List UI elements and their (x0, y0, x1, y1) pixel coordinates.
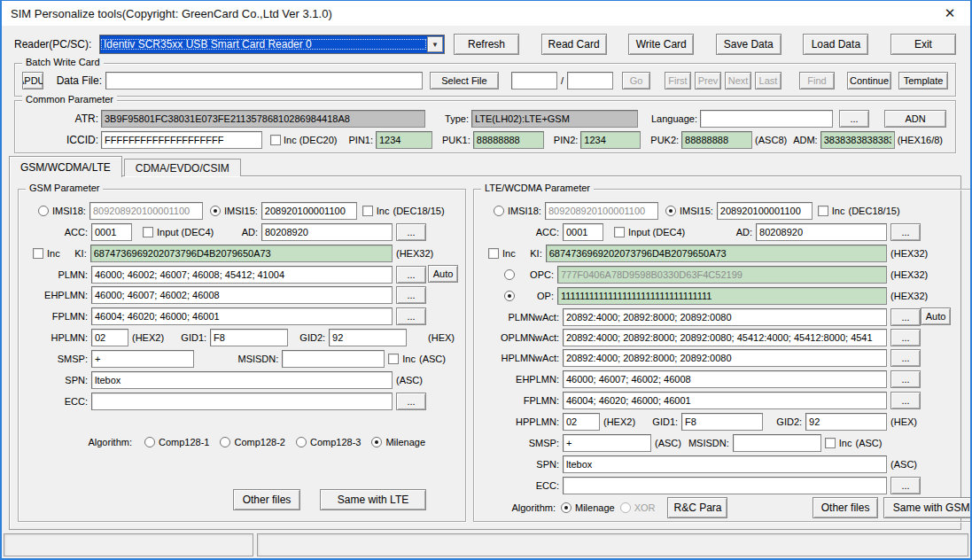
lte-gid1-input[interactable] (681, 413, 763, 431)
adm-input[interactable] (820, 131, 895, 149)
lte-msisdn-input[interactable] (733, 434, 821, 452)
lte-plmnwact-browse-button[interactable]: ... (890, 308, 921, 326)
gsm-ki-input[interactable] (90, 245, 393, 262)
lte-imsi-inc-checkbox[interactable] (818, 206, 828, 216)
lte-same-with-gsm-button[interactable]: Same with GSM (883, 497, 972, 518)
gsm-algo-comp128-3[interactable]: Comp128-3 (296, 437, 361, 447)
lte-imsi15-radio[interactable] (665, 206, 676, 216)
lte-ehplmn-browse-button[interactable]: ... (890, 370, 921, 388)
gsm-ki-inc-checkbox[interactable] (33, 248, 43, 259)
lte-acc-input[interactable] (563, 223, 603, 241)
gsm-imsi15-radio[interactable] (210, 206, 221, 216)
pin2-input[interactable] (580, 131, 641, 149)
gsm-imsi18-radio[interactable] (38, 206, 49, 216)
gsm-ecc-input[interactable] (91, 393, 393, 410)
lte-ad-input[interactable] (756, 223, 887, 241)
adn-button[interactable]: ADN (884, 110, 946, 128)
save-data-button[interactable]: Save Data (716, 34, 781, 55)
lte-ki-inc-checkbox[interactable] (488, 248, 499, 259)
lte-ki-input[interactable] (546, 245, 887, 262)
gsm-msisdn-input[interactable] (282, 350, 385, 368)
tab-gsm-wcdma-lte[interactable]: GSM/WCDMA/LTE (9, 156, 122, 177)
load-data-button[interactable]: Load Data (803, 34, 868, 55)
lte-algo-milenage[interactable]: Milenage (561, 502, 615, 513)
record-total-input[interactable] (567, 72, 613, 89)
exit-button[interactable]: Exit (890, 34, 956, 55)
gsm-acc-input[interactable] (91, 223, 132, 241)
gsm-msisdn-inc-checkbox[interactable] (388, 354, 399, 364)
lte-ecc-browse-button[interactable]: ... (890, 477, 921, 494)
gsm-imsi-inc-checkbox[interactable] (362, 206, 373, 216)
lte-msisdn-inc-checkbox[interactable] (825, 438, 836, 448)
continue-button[interactable]: Continue (847, 72, 891, 89)
chevron-down-icon[interactable]: ▼ (427, 36, 443, 52)
iccid-input[interactable] (101, 131, 262, 149)
gsm-plmn-browse-button[interactable]: ... (396, 266, 426, 284)
lte-ecc-input[interactable] (563, 477, 887, 494)
apdu-button[interactable]: APDU (22, 72, 43, 89)
gsm-imsi18-input[interactable] (89, 202, 203, 220)
lte-acc-input-checkbox[interactable] (614, 227, 625, 237)
lte-hplmnwact-browse-button[interactable]: ... (890, 349, 921, 367)
puk1-input[interactable] (473, 131, 544, 149)
gsm-ad-input[interactable] (261, 223, 393, 241)
write-card-button[interactable]: Write Card (628, 34, 694, 55)
lte-op-radio[interactable] (504, 291, 515, 301)
gsm-imsi15-input[interactable] (261, 202, 357, 220)
lte-op-input[interactable] (557, 287, 887, 305)
lte-opc-radio[interactable] (504, 269, 515, 280)
lte-imsi15-input[interactable] (717, 202, 813, 220)
lte-hplmnwact-input[interactable] (563, 349, 887, 367)
pin1-input[interactable] (376, 131, 432, 149)
read-card-button[interactable]: Read Card (541, 34, 607, 55)
lte-imsi18-radio[interactable] (494, 206, 504, 216)
gsm-same-with-lte-button[interactable]: Same with LTE (320, 489, 426, 510)
lte-ehplmn-input[interactable] (563, 370, 887, 388)
lte-imsi18-input[interactable] (545, 202, 658, 220)
gsm-algo-comp128-1-radio[interactable] (144, 437, 155, 447)
tab-cdma-evdo-csim[interactable]: CDMA/EVDO/CSIM (124, 159, 241, 176)
gsm-algo-milenage[interactable]: Milenage (371, 437, 425, 447)
gsm-algo-comp128-3-radio[interactable] (296, 437, 307, 447)
lte-oplmnwact-browse-button[interactable]: ... (890, 329, 921, 346)
lte-algo-milenage-radio[interactable] (561, 502, 572, 513)
record-index-input[interactable] (511, 72, 557, 89)
gsm-gid1-input[interactable] (210, 329, 288, 346)
close-icon[interactable]: ✕ (929, 1, 970, 26)
gsm-ehplmn-input[interactable] (91, 286, 393, 304)
gsm-auto-button[interactable]: Auto (428, 265, 458, 283)
gsm-plmn-input[interactable] (91, 266, 393, 284)
gsm-ecc-browse-button[interactable]: ... (396, 393, 426, 410)
lte-plmnwact-input[interactable] (563, 308, 887, 326)
puk2-input[interactable] (681, 131, 752, 149)
gsm-other-files-button[interactable]: Other files (233, 489, 300, 510)
data-file-input[interactable] (105, 72, 423, 89)
lte-auto-button[interactable]: Auto (921, 307, 951, 325)
lte-opc-input[interactable] (557, 266, 887, 284)
select-file-button[interactable]: Select File (430, 72, 499, 89)
gsm-spn-input[interactable] (91, 371, 393, 389)
reader-combobox[interactable]: Identiv SCR35xx USB Smart Card Reader 0 … (99, 35, 445, 54)
lte-fplmn-input[interactable] (563, 392, 887, 409)
gsm-algo-comp128-1[interactable]: Comp128-1 (144, 437, 209, 447)
template-button[interactable]: Template (898, 72, 948, 89)
gsm-algo-milenage-radio[interactable] (371, 437, 382, 447)
language-browse-button[interactable]: ... (839, 110, 869, 128)
gsm-algo-comp128-2[interactable]: Comp128-2 (220, 437, 284, 447)
gsm-hplmn-input[interactable] (91, 329, 128, 346)
gsm-acc-input-checkbox[interactable] (143, 227, 153, 237)
lte-smsp-input[interactable] (563, 434, 651, 452)
lte-gid2-input[interactable] (805, 413, 887, 431)
language-input[interactable] (700, 110, 833, 128)
gsm-fplmn-browse-button[interactable]: ... (396, 307, 426, 325)
lte-other-files-button[interactable]: Other files (813, 497, 878, 518)
lte-ad-browse-button[interactable]: ... (890, 223, 921, 241)
gsm-gid2-input[interactable] (329, 329, 407, 346)
lte-hpplmn-input[interactable] (563, 413, 600, 431)
gsm-fplmn-input[interactable] (91, 307, 393, 325)
gsm-ad-browse-button[interactable]: ... (396, 223, 426, 241)
gsm-ehplmn-browse-button[interactable]: ... (396, 286, 426, 304)
iccid-inc-checkbox[interactable] (270, 135, 281, 145)
lte-oplmnwact-input[interactable] (563, 329, 887, 346)
lte-spn-input[interactable] (563, 455, 887, 473)
